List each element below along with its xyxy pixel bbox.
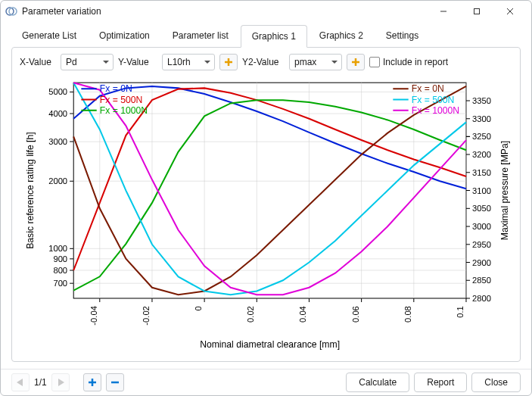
svg-text:800: 800 [53, 266, 67, 275]
app-icon [5, 5, 17, 17]
svg-text:2850: 2850 [472, 276, 491, 285]
tab-settings[interactable]: Settings [375, 25, 429, 48]
svg-marker-99 [58, 379, 64, 386]
svg-marker-98 [17, 379, 23, 386]
svg-text:2800: 2800 [472, 294, 491, 303]
include-in-report-checkbox[interactable]: Include in report [369, 57, 448, 67]
page-prev-button[interactable] [11, 373, 30, 391]
y2-value-select[interactable]: pmax [289, 54, 342, 70]
svg-text:3350: 3350 [472, 96, 491, 105]
tab-optimization[interactable]: Optimization [89, 25, 160, 48]
svg-text:0.04: 0.04 [298, 306, 307, 323]
chart-area: -0.04-0.0200.020.040.060.080.17008009001… [20, 75, 512, 352]
svg-text:Fx = 500N: Fx = 500N [412, 95, 455, 105]
svg-text:3000: 3000 [48, 137, 67, 146]
svg-text:700: 700 [53, 279, 67, 288]
svg-text:Fx = 0N: Fx = 0N [100, 83, 132, 94]
svg-text:3200: 3200 [472, 150, 491, 159]
close-button[interactable]: Close [471, 373, 521, 392]
svg-text:Fx = 1000N: Fx = 1000N [412, 105, 459, 116]
tab-strip: Generate List Optimization Parameter lis… [1, 22, 531, 48]
window-titlebar: Parameter variation [1, 1, 531, 22]
svg-text:3150: 3150 [472, 168, 491, 177]
svg-text:3300: 3300 [472, 114, 491, 123]
svg-text:3050: 3050 [472, 204, 491, 213]
calculate-button[interactable]: Calculate [346, 373, 409, 392]
x-value-label: X-Value [20, 57, 56, 67]
window-minimize-button[interactable] [427, 1, 460, 22]
tab-generate-list[interactable]: Generate List [11, 25, 87, 48]
svg-text:Nominal diametral clearance [m: Nominal diametral clearance [mm] [200, 339, 340, 350]
svg-text:0.08: 0.08 [403, 306, 412, 323]
svg-text:0.1: 0.1 [456, 306, 465, 318]
svg-text:Maximal pressure [MPa]: Maximal pressure [MPa] [499, 141, 510, 240]
svg-text:900: 900 [53, 254, 67, 263]
y-value-select[interactable]: L10rh [162, 54, 215, 70]
add-y-button[interactable] [219, 54, 238, 70]
svg-text:3100: 3100 [472, 186, 491, 195]
svg-text:4000: 4000 [48, 109, 67, 118]
svg-text:3000: 3000 [472, 222, 491, 231]
window-close-button[interactable] [493, 1, 527, 22]
svg-text:2000: 2000 [48, 176, 67, 186]
window-title: Parameter variation [22, 6, 101, 17]
axis-controls-row: X-Value Pd Y-Value L10rh Y2-Value pmax I… [20, 54, 512, 70]
y-value-label: Y-Value [118, 57, 157, 67]
svg-text:0.06: 0.06 [351, 306, 360, 323]
remove-page-button[interactable] [106, 373, 124, 391]
svg-text:Fx = 500N: Fx = 500N [100, 95, 143, 105]
report-button[interactable]: Report [414, 373, 467, 392]
add-page-button[interactable] [83, 373, 101, 391]
include-in-report-label: Include in report [383, 57, 448, 67]
svg-text:2950: 2950 [472, 240, 491, 249]
svg-text:0: 0 [194, 306, 203, 310]
x-value-select[interactable]: Pd [61, 54, 114, 70]
svg-text:2900: 2900 [472, 258, 491, 267]
page-indicator: 1/1 [34, 377, 47, 388]
svg-text:Fx = 0N: Fx = 0N [412, 83, 444, 94]
chart-svg: -0.04-0.0200.020.040.060.080.17008009001… [20, 75, 512, 352]
y2-value-label: Y2-Value [242, 57, 285, 67]
page-next-button[interactable] [51, 373, 70, 391]
svg-rect-3 [474, 9, 480, 14]
tab-graphics-2[interactable]: Graphics 2 [309, 25, 374, 48]
tab-graphics-1[interactable]: Graphics 1 [241, 25, 307, 48]
tab-parameter-list[interactable]: Parameter list [162, 25, 239, 48]
svg-text:Basic reference rating life [h: Basic reference rating life [h] [25, 132, 36, 248]
svg-text:0.02: 0.02 [246, 306, 255, 323]
svg-text:-0.04: -0.04 [89, 306, 98, 325]
svg-text:Fx = 1000N: Fx = 1000N [100, 105, 148, 116]
svg-text:1000: 1000 [48, 244, 67, 253]
footer-bar: 1/1 Calculate Report Close [1, 369, 531, 395]
svg-text:-0.02: -0.02 [142, 306, 151, 325]
tab-pane-graphics-1: X-Value Pd Y-Value L10rh Y2-Value pmax I… [11, 47, 521, 362]
window-maximize-button[interactable] [460, 1, 493, 22]
svg-text:5000: 5000 [48, 87, 67, 96]
add-y2-button[interactable] [347, 54, 365, 70]
svg-text:3250: 3250 [472, 132, 491, 141]
